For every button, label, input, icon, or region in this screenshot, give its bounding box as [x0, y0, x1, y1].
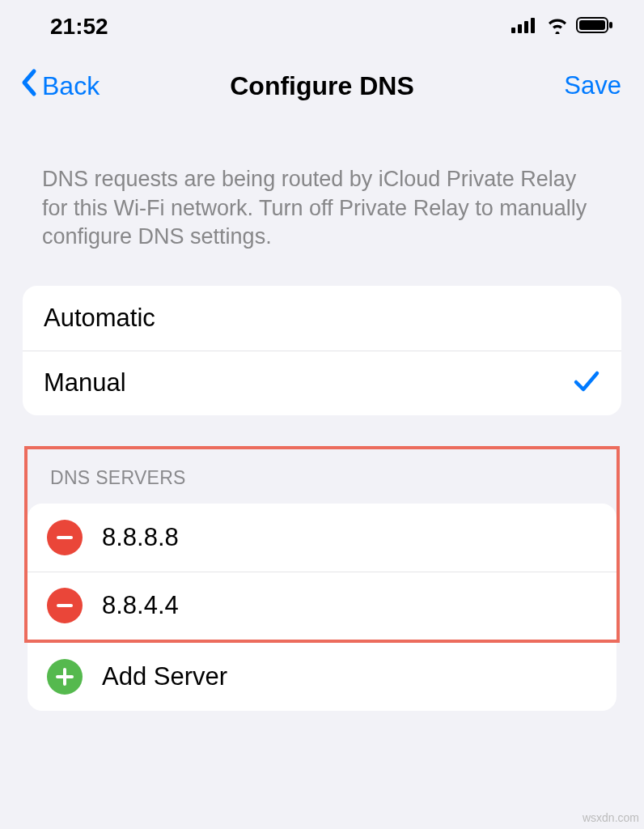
svg-rect-6 [609, 22, 612, 28]
mode-automatic-label: Automatic [44, 304, 155, 333]
svg-rect-5 [579, 20, 605, 30]
mode-manual-row[interactable]: Manual [23, 351, 621, 415]
cellular-icon [511, 17, 539, 36]
wifi-icon [545, 16, 570, 37]
nav-bar: Back Configure DNS Save [0, 49, 644, 117]
add-server-row[interactable]: Add Server [28, 643, 616, 711]
dns-servers-highlight: DNS SERVERS 8.8.8.8 8.8.4.4 [24, 446, 620, 643]
watermark: wsxdn.com [583, 811, 639, 824]
add-server-group: Add Server [28, 643, 616, 711]
save-button[interactable]: Save [564, 71, 621, 100]
add-icon[interactable] [47, 659, 83, 695]
svg-rect-1 [518, 24, 522, 33]
svg-rect-10 [56, 675, 74, 678]
mode-automatic-row[interactable]: Automatic [23, 286, 621, 351]
status-icons [511, 16, 613, 37]
back-button[interactable]: Back [19, 68, 100, 104]
svg-rect-8 [57, 604, 73, 607]
battery-icon [576, 16, 613, 37]
dns-server-address: 8.8.8.8 [102, 523, 179, 552]
add-server-label: Add Server [102, 662, 227, 691]
mode-manual-label: Manual [44, 368, 126, 397]
mode-group: Automatic Manual [23, 286, 621, 415]
chevron-left-icon [19, 68, 39, 104]
dns-server-row[interactable]: 8.8.4.4 [28, 572, 616, 640]
status-bar: 21:52 [0, 0, 644, 49]
svg-rect-7 [57, 536, 73, 539]
svg-rect-3 [531, 18, 535, 33]
remove-icon[interactable] [47, 588, 83, 623]
svg-rect-0 [511, 28, 515, 33]
svg-rect-2 [524, 21, 528, 33]
dns-server-list: 8.8.8.8 8.8.4.4 [28, 504, 616, 640]
checkmark-icon [573, 368, 600, 397]
info-description: DNS requests are being routed by iCloud … [0, 117, 644, 276]
page-title: Configure DNS [230, 71, 414, 101]
dns-servers-header: DNS SERVERS [28, 449, 616, 495]
dns-server-address: 8.8.4.4 [102, 591, 179, 620]
status-time: 21:52 [50, 14, 108, 40]
back-label: Back [42, 71, 100, 101]
dns-server-row[interactable]: 8.8.8.8 [28, 504, 616, 572]
remove-icon[interactable] [47, 520, 83, 555]
